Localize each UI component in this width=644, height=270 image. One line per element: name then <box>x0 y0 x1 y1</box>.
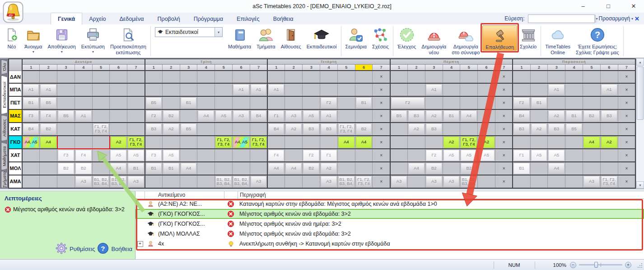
lesson-card[interactable]: Γ1 <box>321 150 337 161</box>
timetable-cell[interactable] <box>390 162 408 175</box>
timetable-cell[interactable]: Β1, Β2, Β3, Β4, <box>337 175 355 188</box>
timetable-cell[interactable]: Α4, Α5 <box>233 136 250 149</box>
lesson-card[interactable]: Β5 <box>58 110 74 122</box>
lesson-card[interactable]: Γ1, Γ2, Γ3, Γ4 <box>601 176 617 187</box>
timetable-cell[interactable] <box>337 96 355 109</box>
timetable-cell[interactable] <box>565 162 583 175</box>
timetable-cell[interactable]: × <box>373 136 390 149</box>
period-header[interactable]: 3 <box>57 64 75 71</box>
period-header[interactable]: 3 <box>303 64 320 71</box>
lesson-card[interactable]: Α4 <box>285 163 302 174</box>
lesson-card[interactable]: Β3 <box>513 123 529 135</box>
timetable-cell[interactable]: Α1 <box>320 109 338 123</box>
classes-button[interactable]: Τμήματα <box>254 25 278 50</box>
timetable-cell[interactable] <box>548 71 565 83</box>
timetable-cell[interactable] <box>548 175 565 188</box>
timetable-cell[interactable] <box>460 96 478 109</box>
timetable-cell[interactable] <box>478 71 495 83</box>
timetable-cell[interactable] <box>75 71 92 83</box>
timetable-cell[interactable] <box>250 149 267 162</box>
timetable-cell[interactable]: × <box>495 83 513 96</box>
timetable-cell[interactable]: Β2 <box>355 123 373 136</box>
timetable-cell[interactable] <box>127 83 145 96</box>
lesson-card[interactable]: Β4 <box>23 123 39 135</box>
timetable-cell[interactable]: Α4 <box>180 162 197 175</box>
timetable-cell[interactable]: Α5 <box>443 149 460 162</box>
timetable-cell[interactable]: Γ1, Γ2, Γ3, Γ4 <box>250 136 267 149</box>
timetable-cell[interactable]: Β1 <box>530 96 548 109</box>
period-header[interactable]: 6 <box>233 64 250 71</box>
timetable-cell[interactable] <box>197 83 215 96</box>
timetable-cell[interactable]: Γ4 <box>40 109 57 123</box>
timetable-cell[interactable]: Β3 <box>408 109 425 123</box>
lesson-card[interactable]: Α3 <box>128 176 144 187</box>
lesson-card[interactable]: Β4 <box>513 110 529 122</box>
period-header[interactable]: 6 <box>355 64 373 71</box>
timetable-cell[interactable]: Β2 <box>583 109 601 123</box>
timetable-cell[interactable]: Α4 <box>285 162 303 175</box>
timetable-cell[interactable]: Α3 <box>75 175 92 188</box>
open-button[interactable]: Άνοιγμα ▾ <box>22 25 45 54</box>
lesson-card[interactable]: Α4 <box>356 137 372 148</box>
timetable-cell[interactable] <box>390 83 408 96</box>
new-button[interactable]: Νέο <box>2 25 22 50</box>
timetable-cell[interactable] <box>92 136 110 149</box>
lesson-card[interactable]: Α1 <box>426 84 442 95</box>
timetable-cell[interactable] <box>600 96 618 109</box>
timetable-cell[interactable] <box>513 175 530 188</box>
timetable-cell[interactable]: Β1, Β2, Β3, Β4, <box>233 175 250 188</box>
zoom-slider[interactable] <box>579 264 622 265</box>
tab-programma[interactable]: Πρόγραμμα <box>187 13 230 24</box>
period-header[interactable]: 5 <box>460 64 478 71</box>
gear-icon[interactable] <box>56 242 67 256</box>
timetable-cell[interactable]: Β3 <box>425 123 443 136</box>
view-tab-all[interactable]: Όλο <box>1 60 8 75</box>
timetable-cell[interactable] <box>57 83 75 96</box>
lesson-card[interactable]: Α4 <box>40 137 56 148</box>
timetable-cell[interactable]: Γ1 <box>513 149 530 162</box>
zoom-slider-thumb[interactable] <box>594 262 598 268</box>
lesson-card[interactable]: Β5 <box>181 123 197 135</box>
period-header[interactable]: 1 <box>22 64 40 71</box>
expand-plus-icon[interactable]: + <box>137 241 143 247</box>
lesson-card[interactable]: Α4, Α5 <box>233 137 249 148</box>
lesson-card[interactable]: Α3 <box>285 110 302 122</box>
lesson-card[interactable]: Γ1 <box>268 110 284 122</box>
lesson-card[interactable]: Γ3 <box>23 110 39 122</box>
lesson-card[interactable]: Α4 <box>408 163 425 174</box>
timetable-cell[interactable] <box>75 136 92 149</box>
timetable-cell[interactable]: Β3 <box>600 109 618 123</box>
timetable-cell[interactable]: Β3 <box>513 123 530 136</box>
timetable-cell[interactable] <box>530 71 548 83</box>
timetable-cell[interactable]: Β5 <box>57 109 75 123</box>
timetable-cell[interactable] <box>390 123 408 136</box>
timetable-cell[interactable] <box>92 109 110 123</box>
row-label[interactable]: ΜΠΑ <box>9 83 22 96</box>
timetable-cell[interactable] <box>197 136 215 149</box>
timetable-cell[interactable] <box>548 136 565 149</box>
timetable-cell[interactable] <box>478 162 495 175</box>
lesson-card[interactable]: Β5 <box>391 110 407 122</box>
timetable-cell[interactable] <box>197 71 215 83</box>
scroll-down-icon[interactable]: ▼ <box>636 181 644 189</box>
period-header[interactable]: 1 <box>267 64 285 71</box>
lesson-card[interactable]: Α4 <box>461 110 477 122</box>
period-header[interactable]: 2 <box>162 64 180 71</box>
timetable-cell[interactable]: Β1 <box>145 162 163 175</box>
timetable-cell[interactable]: Α4 <box>408 162 425 175</box>
scroll-up-icon[interactable]: ▲ <box>636 58 644 66</box>
timetable-cell[interactable] <box>110 123 127 136</box>
lesson-card[interactable]: Β5 <box>40 97 56 109</box>
help-button[interactable]: Βοήθεια <box>111 246 132 252</box>
timetable-cell[interactable]: Γ1, Γ2, Γ3, Γ4 <box>600 175 618 188</box>
timetable-cell[interactable]: Β5 <box>40 96 57 109</box>
lesson-card[interactable]: Α2 <box>321 163 337 174</box>
timetable-cell[interactable]: × <box>495 71 513 83</box>
timetable-cell[interactable] <box>320 136 338 149</box>
timetable-cell[interactable] <box>285 83 303 96</box>
timetable-cell[interactable] <box>355 162 373 175</box>
timetable-cell[interactable] <box>180 109 197 123</box>
timetable-cell[interactable]: Α5 <box>478 149 495 162</box>
period-header[interactable]: 4 <box>197 64 215 71</box>
timetable-cell[interactable]: × <box>373 149 390 162</box>
